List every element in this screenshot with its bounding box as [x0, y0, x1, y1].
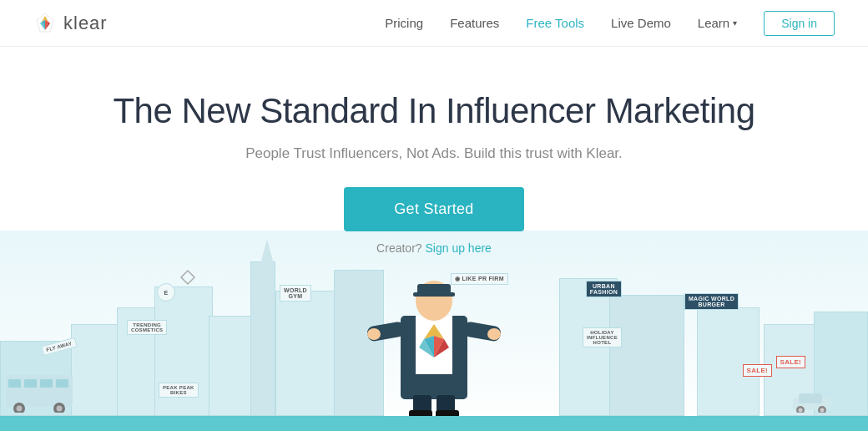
svg-point-29: [820, 408, 825, 413]
navbar: klear Pricing Features Free Tools Live D…: [0, 0, 868, 47]
building-left-3: [209, 316, 255, 416]
nav-pricing[interactable]: Pricing: [385, 16, 423, 30]
nav-learn[interactable]: Learn ▾: [698, 16, 737, 30]
car: [789, 389, 835, 416]
sign-sale-1: SALE!: [776, 356, 806, 368]
building-right-3: [697, 307, 760, 416]
logo-text: klear: [63, 13, 108, 34]
sign-holiday: HOLIDAYINFLUENCEHOTEL: [583, 327, 622, 347]
building-spire: [250, 261, 275, 416]
diamond-sign: [179, 269, 196, 289]
logo[interactable]: klear: [33, 12, 108, 35]
svg-rect-33: [40, 379, 53, 388]
nav-learn-label: Learn: [698, 16, 729, 30]
nav-links: Pricing Features Free Tools Live Demo Le…: [385, 11, 835, 36]
sign-trending: TRENDINGCOSMETICS: [127, 320, 167, 335]
svg-rect-31: [8, 379, 21, 388]
svg-rect-22: [409, 410, 432, 416]
svg-point-27: [799, 408, 803, 413]
chevron-down-icon: ▾: [733, 18, 737, 28]
sign-ecorp: E: [157, 283, 175, 302]
sign-urban-fashion: URBANFASHION: [586, 281, 622, 297]
nav-live-demo[interactable]: Live Demo: [611, 16, 671, 30]
sign-world-gym: WORLDGYM: [280, 285, 311, 302]
svg-point-38: [57, 406, 63, 412]
svg-point-18: [367, 328, 381, 340]
sign-like-pr: ◉ LIKE PR FIRM: [451, 273, 508, 285]
sign-sale-2: SALE!: [743, 364, 773, 377]
building-center-left-1: [275, 291, 342, 416]
logo-icon: [33, 12, 57, 35]
ground: [0, 416, 868, 431]
svg-rect-25: [799, 393, 822, 403]
svg-rect-34: [56, 379, 68, 388]
get-started-button[interactable]: Get Started: [344, 187, 523, 231]
nav-features[interactable]: Features: [450, 16, 499, 30]
signin-button[interactable]: Sign in: [764, 11, 835, 36]
svg-rect-15: [413, 292, 455, 297]
hero-title: The New Standard In Influencer Marketing: [113, 90, 754, 132]
spire-top: [260, 239, 274, 264]
svg-point-19: [487, 328, 501, 340]
hero-subtitle: People Trust Influencers, Not Ads. Build…: [245, 145, 623, 162]
nav-free-tools[interactable]: Free Tools: [526, 16, 584, 30]
svg-point-36: [17, 406, 23, 412]
sign-burger: MAGIC WORLDBURGER: [684, 293, 739, 310]
building-right-2: [609, 295, 684, 416]
svg-rect-32: [24, 379, 37, 388]
character-figure: [367, 241, 501, 416]
illustration: WORLDGYM ◉ LIKE PR FIRM URBANFASHION HOL…: [0, 231, 868, 431]
sign-bikes: PEAK PEAKBIKES: [159, 383, 199, 398]
bus: [4, 367, 79, 416]
svg-rect-23: [436, 410, 459, 416]
hero-section: The New Standard In Influencer Marketing…: [0, 47, 868, 255]
svg-marker-39: [181, 271, 194, 284]
